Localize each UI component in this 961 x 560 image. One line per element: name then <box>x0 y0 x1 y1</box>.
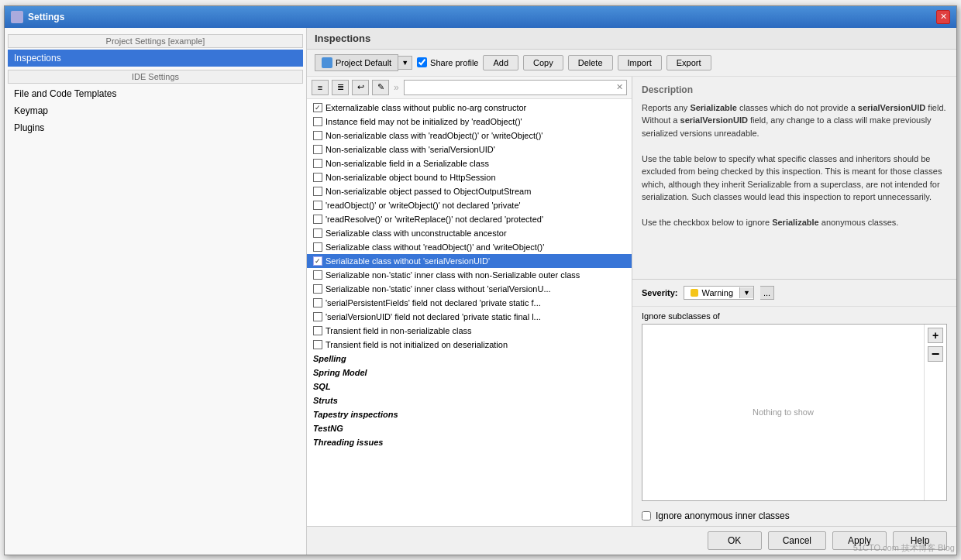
list-item[interactable]: 'readResolve()' or 'writeReplace()' not … <box>307 212 632 226</box>
list-item[interactable]: Transient field in non-serializable clas… <box>307 324 632 338</box>
checkbox[interactable] <box>313 215 322 224</box>
search-clear-button[interactable]: ✕ <box>616 82 623 92</box>
right-panel: Inspections Project Default ▼ Share prof… <box>307 28 956 555</box>
list-item[interactable]: Externalizable class without public no-a… <box>307 101 632 115</box>
severity-area: Severity: Warning ▼ ... <box>632 280 956 307</box>
checkbox[interactable] <box>313 326 322 335</box>
inspection-toolbar: Project Default ▼ Share profile Add Copy… <box>307 50 956 77</box>
checkbox[interactable] <box>313 117 322 126</box>
item-label: Serializable class with unconstructable … <box>326 228 507 238</box>
ignore-subclasses-area: Ignore subclasses of Nothing to show + − <box>632 307 956 506</box>
item-label: Instance field may not be initialized by… <box>326 117 522 126</box>
profile-dropdown[interactable]: Project Default ▼ <box>315 54 412 71</box>
close-button[interactable]: ✕ <box>936 10 950 24</box>
checkbox[interactable] <box>313 173 322 182</box>
list-item[interactable]: Non-serializable class with 'serialVersi… <box>307 143 632 156</box>
sidebar-item-plugins[interactable]: Plugins <box>8 119 303 136</box>
list-item[interactable]: 'readObject()' or 'writeObject()' not de… <box>307 198 632 212</box>
list-item[interactable]: 'serialPersistentFields' field not decla… <box>307 296 632 310</box>
severity-options-button[interactable]: ... <box>760 286 774 300</box>
list-item[interactable]: Serializable class without 'readObject()… <box>307 240 632 254</box>
item-label: Transient field is not initialized on de… <box>326 340 508 349</box>
checkbox[interactable] <box>313 145 322 154</box>
import-button[interactable]: Import <box>618 55 662 70</box>
collapse-all-button[interactable]: ≡ <box>312 80 329 95</box>
checkbox[interactable] <box>313 201 322 210</box>
undo-button[interactable]: ↩ <box>352 80 369 95</box>
category-threading: Threading issues <box>307 435 632 449</box>
item-label: 'serialVersionUID' field not declared 'p… <box>326 312 541 321</box>
item-label: Serializable class without 'readObject()… <box>326 242 544 252</box>
item-label: Non-serializable class with 'readObject(… <box>326 131 542 140</box>
checkbox[interactable] <box>313 159 322 168</box>
list-item[interactable]: Serializable non-'static' inner class wi… <box>307 268 632 282</box>
panel-title: Inspections <box>307 28 956 50</box>
profile-label: Project Default <box>336 58 391 67</box>
item-label: Serializable non-'static' inner class wi… <box>326 284 551 294</box>
list-item[interactable]: Non-serializable object passed to Object… <box>307 184 632 198</box>
inspection-list-area: ≡ ≣ ↩ ✎ » ✕ Externali <box>307 77 632 526</box>
item-label: Non-serializable object passed to Object… <box>326 187 531 196</box>
sidebar-item-keymap[interactable]: Keymap <box>8 102 303 119</box>
category-spring-model: Spring Model <box>307 366 632 380</box>
sidebar-item-file-code-templates[interactable]: File and Code Templates <box>8 85 303 102</box>
checkbox[interactable] <box>313 187 322 196</box>
list-item[interactable]: Non-serializable field in a Serializable… <box>307 156 632 170</box>
description-paragraph1: Reports any Serializable classes which d… <box>642 101 947 140</box>
checkbox[interactable] <box>313 298 322 307</box>
ignore-anonymous-checkbox[interactable] <box>642 511 651 520</box>
checkbox[interactable] <box>313 228 322 238</box>
checkbox[interactable] <box>313 242 322 252</box>
checkbox[interactable] <box>313 256 322 266</box>
search-input[interactable] <box>408 83 616 92</box>
checkbox[interactable] <box>313 312 322 321</box>
severity-dropdown-arrow[interactable]: ▼ <box>739 287 753 298</box>
separator: » <box>394 82 399 93</box>
description-paragraph3: Use the checkbox below to ignore Seriali… <box>642 216 947 229</box>
ignore-subclasses-label: Ignore subclasses of <box>642 311 947 321</box>
export-button[interactable]: Export <box>666 55 711 70</box>
ide-settings-label: IDE Settings <box>8 70 303 84</box>
list-item[interactable]: Non-serializable object bound to HttpSes… <box>307 170 632 184</box>
cancel-button[interactable]: Cancel <box>768 531 826 550</box>
share-profile-label: Share profile <box>430 58 478 67</box>
list-item[interactable]: Serializable class with unconstructable … <box>307 226 632 240</box>
list-item[interactable]: 'serialVersionUID' field not declared 'p… <box>307 310 632 324</box>
list-item[interactable]: Instance field may not be initialized by… <box>307 115 632 129</box>
settings-button[interactable]: ✎ <box>372 80 389 95</box>
checkbox[interactable] <box>313 131 322 140</box>
project-settings-label: Project Settings [example] <box>8 34 303 48</box>
sidebar-item-inspections[interactable]: Inspections <box>8 50 303 67</box>
category-label: Tapestry inspections <box>313 410 398 419</box>
severity-dropdown[interactable]: Warning ▼ <box>684 286 753 300</box>
profile-button[interactable]: Project Default <box>315 54 398 71</box>
checkbox[interactable] <box>313 284 322 294</box>
list-item[interactable]: Non-serializable class with 'readObject(… <box>307 129 632 143</box>
search-box[interactable]: ✕ <box>404 80 627 95</box>
ignore-table-buttons: + − <box>924 325 946 500</box>
list-toolbar: ≡ ≣ ↩ ✎ » ✕ <box>307 77 632 99</box>
inspection-list: Externalizable class without public no-a… <box>307 99 632 526</box>
checkbox[interactable] <box>313 340 322 349</box>
add-button[interactable]: Add <box>483 55 518 70</box>
profile-dropdown-arrow[interactable]: ▼ <box>398 56 412 70</box>
description-title: Description <box>642 83 947 97</box>
delete-button[interactable]: Delete <box>568 55 613 70</box>
expand-all-button[interactable]: ≣ <box>332 80 349 95</box>
ok-button[interactable]: OK <box>708 531 762 550</box>
list-item[interactable]: Transient field is not initialized on de… <box>307 338 632 352</box>
copy-button[interactable]: Copy <box>523 55 563 70</box>
item-label: 'serialPersistentFields' field not decla… <box>326 298 541 307</box>
category-label: TestNG <box>313 424 343 433</box>
item-label: 'readObject()' or 'writeObject()' not de… <box>326 201 521 210</box>
remove-class-button[interactable]: − <box>928 346 943 362</box>
description-section: Description Reports any Serializable cla… <box>632 77 956 280</box>
checkbox[interactable] <box>313 270 322 280</box>
list-item[interactable]: Serializable non-'static' inner class wi… <box>307 282 632 296</box>
share-profile-checkbox-label[interactable]: Share profile <box>417 57 478 67</box>
item-label: Transient field in non-serializable clas… <box>326 326 472 335</box>
add-class-button[interactable]: + <box>928 328 943 343</box>
share-profile-checkbox[interactable] <box>417 57 427 67</box>
list-item-selected[interactable]: Serializable class without 'serialVersio… <box>307 254 632 268</box>
checkbox[interactable] <box>313 103 322 112</box>
